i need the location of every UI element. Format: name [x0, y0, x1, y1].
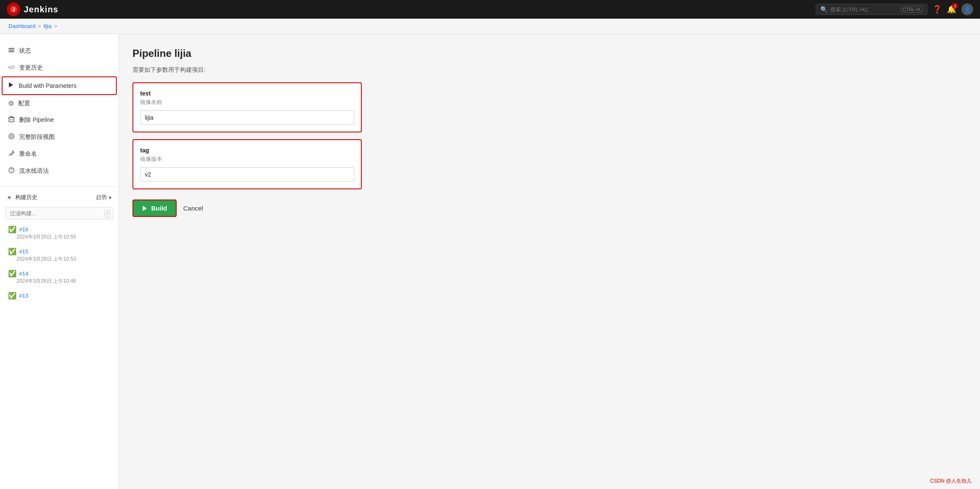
search-icon: 🔍 [820, 6, 828, 13]
build-button-label: Build [151, 205, 167, 212]
main-content: Pipeline lijia 需要如下参数用于构建项目: test 镜像名称 t… [119, 39, 980, 489]
build-history-header: ☀ 构建历史 趋势 ▾ [0, 190, 118, 205]
sidebar-item-status[interactable]: 状态 [0, 42, 118, 59]
subtitle: 需要如下参数用于构建项目: [132, 66, 966, 74]
configure-icon: ⚙ [8, 99, 14, 107]
sidebar-item-rename[interactable]: 重命名 [0, 146, 118, 163]
svg-line-14 [9, 154, 11, 156]
svg-text:?: ? [10, 168, 13, 173]
filter-input-wrap: / [0, 205, 118, 222]
svg-text:J: J [12, 7, 15, 12]
jenkins-logo[interactable]: J Jenkins [7, 3, 58, 16]
svg-marker-18 [143, 206, 147, 211]
build-date-15: 2024年3月26日 上午10:53 [8, 256, 112, 263]
build-item-16[interactable]: ✅ #16 2024年3月26日 上午10:55 [0, 222, 118, 244]
build-item-15[interactable]: ✅ #15 2024年3月26日 上午10:53 [0, 244, 118, 266]
jenkins-logo-icon: J [7, 3, 20, 16]
footer-text: CSDN @人生劲儿 [930, 478, 972, 484]
filter-input[interactable] [5, 207, 113, 219]
changes-icon: </> [8, 64, 15, 72]
param-name-tag: tag [140, 147, 354, 154]
breadcrumb-pipeline[interactable]: lijia [44, 23, 52, 29]
build-link-16[interactable]: #16 [19, 226, 28, 233]
trend-label: 趋势 [96, 194, 107, 201]
build-params-icon [8, 82, 14, 90]
sidebar-item-label-changes: 变更历史 [19, 64, 43, 72]
svg-marker-6 [9, 82, 13, 87]
search-shortcut: CTRL+K [901, 6, 923, 13]
breadcrumb-sep1: > [38, 23, 41, 29]
build-item-13[interactable]: ✅ #13 [0, 288, 118, 303]
param-box-test: test 镜像名称 [132, 82, 362, 132]
sun-icon: ☀ [7, 194, 12, 201]
build-button[interactable]: Build [132, 200, 177, 217]
sidebar-item-label-configure: 配置 [18, 100, 30, 107]
sidebar: 状态 </> 变更历史 Build with Parameters ⚙ 配置 [0, 19, 119, 489]
sidebar-item-configure[interactable]: ⚙ 配置 [0, 95, 118, 112]
trend-button[interactable]: 趋势 ▾ [96, 194, 112, 201]
footer: CSDN @人生劲儿 [930, 478, 972, 485]
sidebar-item-delete[interactable]: 删除 Pipeline [0, 112, 118, 129]
param-desc-tag: 镜像版本 [140, 155, 354, 163]
param-desc-test: 镜像名称 [140, 98, 354, 106]
help-icon-btn[interactable]: ❓ [932, 5, 942, 14]
action-row: Build Cancel [132, 200, 966, 217]
page-title: Pipeline lijia [132, 48, 966, 59]
sidebar-item-stage-view[interactable]: 完整阶段视图 [0, 129, 118, 146]
chevron-down-icon: ▾ [109, 194, 112, 201]
param-input-tag[interactable] [140, 167, 354, 182]
play-icon [142, 205, 148, 211]
build-link-13[interactable]: #13 [19, 292, 28, 299]
sidebar-item-label-delete: 删除 Pipeline [19, 116, 54, 124]
build-history-label: 构建历史 [15, 194, 37, 201]
build-link-15[interactable]: #15 [19, 248, 28, 255]
build-date-14: 2024年3月26日 上午10:46 [8, 278, 112, 285]
build-history-title: ☀ 构建历史 [7, 194, 37, 201]
notification-badge: 1 [952, 3, 958, 9]
sidebar-item-syntax[interactable]: ? 流水线语法 [0, 163, 118, 180]
main-layout: 状态 </> 变更历史 Build with Parameters ⚙ 配置 [0, 19, 980, 489]
cancel-button[interactable]: Cancel [183, 200, 203, 216]
build-success-icon-13: ✅ [8, 292, 17, 300]
status-icon [8, 47, 15, 55]
svg-rect-2 [8, 48, 14, 49]
filter-shortcut-badge: / [104, 210, 110, 217]
stage-view-icon [8, 133, 15, 141]
sidebar-item-label-status: 状态 [19, 47, 31, 55]
search-box[interactable]: 🔍 CTRL+K [816, 4, 928, 15]
svg-rect-3 [8, 50, 14, 51]
header-right: 🔍 CTRL+K ❓ 🔔 1 👤 [816, 3, 974, 15]
svg-rect-4 [8, 51, 14, 52]
delete-icon [8, 116, 15, 124]
build-item-14[interactable]: ✅ #14 2024年3月26日 上午10:46 [0, 266, 118, 288]
sidebar-item-label-stage-view: 完整阶段视图 [19, 133, 55, 141]
build-success-icon-16: ✅ [8, 225, 17, 233]
sidebar-nav: 状态 </> 变更历史 Build with Parameters ⚙ 配置 [0, 22, 118, 180]
build-history-section: ☀ 构建历史 趋势 ▾ / ✅ #16 2024年3月26日 上午10:55 [0, 186, 118, 303]
sidebar-item-label-syntax: 流水线语法 [19, 167, 49, 175]
syntax-icon: ? [8, 167, 15, 175]
sidebar-item-build-params[interactable]: Build with Parameters [2, 76, 117, 95]
breadcrumb: Dashboard > lijia > [0, 19, 980, 34]
param-input-test[interactable] [140, 110, 354, 125]
breadcrumb-sep2: > [54, 23, 57, 29]
build-success-icon-15: ✅ [8, 247, 17, 256]
svg-point-12 [9, 134, 14, 139]
jenkins-logo-text: Jenkins [24, 5, 58, 14]
build-success-icon-14: ✅ [8, 270, 17, 278]
cancel-button-label: Cancel [183, 205, 203, 212]
notification-bell[interactable]: 🔔 1 [947, 5, 956, 14]
breadcrumb-dashboard[interactable]: Dashboard [8, 23, 36, 29]
svg-rect-9 [10, 116, 13, 118]
rename-icon [8, 150, 15, 158]
svg-point-13 [11, 135, 13, 138]
user-avatar[interactable]: 👤 [961, 3, 973, 15]
sidebar-item-changes[interactable]: </> 变更历史 [0, 59, 118, 76]
top-header: J Jenkins 🔍 CTRL+K ❓ 🔔 1 👤 [0, 0, 980, 19]
param-name-test: test [140, 90, 354, 97]
search-input[interactable] [830, 6, 898, 13]
build-link-14[interactable]: #14 [19, 270, 28, 277]
build-date-16: 2024年3月26日 上午10:55 [8, 233, 112, 241]
sidebar-item-label-rename: 重命名 [19, 150, 37, 158]
header-left: J Jenkins [7, 3, 58, 16]
